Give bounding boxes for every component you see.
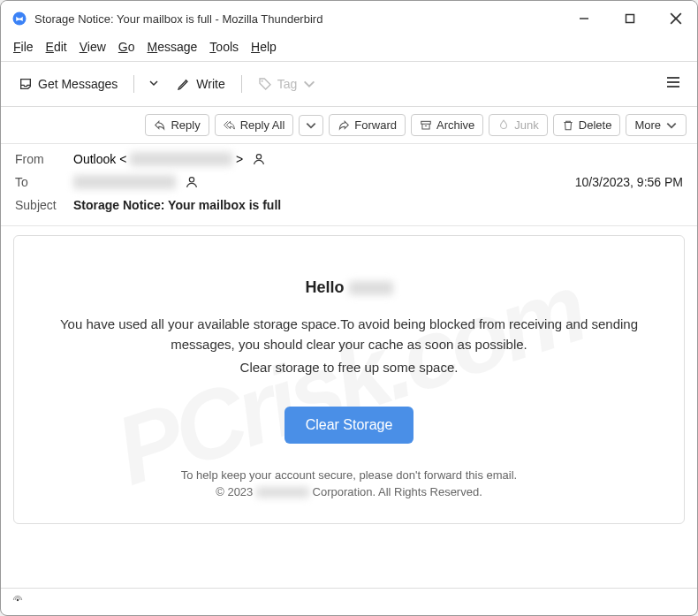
junk-icon xyxy=(497,119,510,132)
email-footer: To help keep your account secure, please… xyxy=(48,468,650,498)
menu-help[interactable]: Help xyxy=(251,40,277,54)
forward-icon xyxy=(338,119,350,132)
email-content: PCrisk.com Hello You have used all your … xyxy=(13,235,685,524)
svg-rect-9 xyxy=(421,121,431,124)
tag-icon xyxy=(258,77,272,91)
archive-icon xyxy=(420,119,432,132)
clear-storage-button[interactable]: Clear Storage xyxy=(285,407,414,444)
app-menu-button[interactable] xyxy=(660,69,687,99)
body-line-2: Clear storage to free up some space. xyxy=(48,358,650,378)
to-row: To xxxxxxxxxxxxxxxx 10/3/2023, 9:56 PM xyxy=(15,171,683,194)
chevron-down-icon xyxy=(305,119,317,132)
more-label: More xyxy=(634,118,661,132)
svg-point-11 xyxy=(189,178,193,182)
reply-all-dropdown[interactable] xyxy=(299,115,323,136)
redacted-email: xxxxxxxxxxxxxxxx xyxy=(130,152,232,166)
menu-view[interactable]: View xyxy=(80,40,106,54)
window-title: Storage Notice: Your mailbox is full - M… xyxy=(34,12,573,26)
delete-button[interactable]: Delete xyxy=(553,114,621,136)
get-messages-dropdown[interactable] xyxy=(143,72,164,96)
footer-line-1: To help keep your account secure, please… xyxy=(48,468,650,482)
redacted-recipient: xxxxxxxxxxxxxxxx xyxy=(73,175,176,189)
reply-all-label: Reply All xyxy=(240,118,285,132)
minimize-button[interactable] xyxy=(573,8,595,29)
forward-label: Forward xyxy=(354,118,397,132)
message-actions: Reply Reply All Forward Archive Junk Del… xyxy=(1,107,697,144)
more-button[interactable]: More xyxy=(626,114,687,136)
archive-label: Archive xyxy=(436,118,474,132)
menu-message[interactable]: Message xyxy=(148,40,198,54)
menu-icon xyxy=(665,74,681,90)
menu-edit[interactable]: Edit xyxy=(46,40,67,54)
tag-button[interactable]: Tag xyxy=(251,72,324,95)
get-messages-button[interactable]: Get Messages xyxy=(11,72,125,95)
contact-icon[interactable] xyxy=(185,175,199,189)
divider xyxy=(133,75,134,93)
pencil-icon xyxy=(177,77,191,91)
menu-tools[interactable]: Tools xyxy=(209,40,239,54)
maximize-button[interactable] xyxy=(619,8,641,29)
message-datetime: 10/3/2023, 9:56 PM xyxy=(575,175,683,189)
contact-icon[interactable] xyxy=(252,152,266,166)
close-button[interactable] xyxy=(665,8,687,29)
subject-label: Subject xyxy=(15,198,64,212)
toolbar: Get Messages Write Tag xyxy=(1,62,697,107)
chevron-down-icon xyxy=(665,119,678,132)
menu-file[interactable]: File xyxy=(13,40,34,54)
menubar: File Edit View Go Message Tools Help xyxy=(1,36,697,62)
inbox-icon xyxy=(19,77,33,91)
divider xyxy=(241,75,242,93)
archive-button[interactable]: Archive xyxy=(411,114,483,136)
write-label: Write xyxy=(196,77,224,91)
connection-icon[interactable] xyxy=(11,594,24,606)
message-headers: From Outlook < xxxxxxxxxxxxxxxx > To xxx… xyxy=(1,144,697,226)
get-messages-label: Get Messages xyxy=(38,77,118,91)
reply-all-icon xyxy=(224,119,236,132)
svg-point-5 xyxy=(261,80,262,82)
forward-button[interactable]: Forward xyxy=(329,114,406,136)
chevron-down-icon xyxy=(302,77,316,91)
reply-all-button[interactable]: Reply All xyxy=(215,114,294,136)
junk-button[interactable]: Junk xyxy=(489,114,547,136)
reply-icon xyxy=(154,119,166,132)
reply-button[interactable]: Reply xyxy=(145,114,209,136)
subject-row: Subject Storage Notice: Your mailbox is … xyxy=(15,194,683,217)
titlebar: Storage Notice: Your mailbox is full - M… xyxy=(1,1,697,36)
from-label: From xyxy=(15,152,64,166)
svg-rect-2 xyxy=(626,15,634,23)
from-row: From Outlook < xxxxxxxxxxxxxxxx > xyxy=(15,148,683,171)
message-body: PCrisk.com Hello You have used all your … xyxy=(1,226,697,588)
greeting: Hello xyxy=(48,278,650,297)
write-button[interactable]: Write xyxy=(170,72,231,95)
delete-label: Delete xyxy=(579,118,612,132)
svg-point-12 xyxy=(17,599,19,601)
svg-point-10 xyxy=(257,155,262,159)
junk-label: Junk xyxy=(514,118,538,132)
to-label: To xyxy=(15,175,64,189)
trash-icon xyxy=(562,119,574,132)
from-value: Outlook < xxxxxxxxxxxxxxxx > xyxy=(73,152,243,166)
thunderbird-icon xyxy=(11,11,27,27)
body-line-1: You have used all your available storage… xyxy=(48,315,650,354)
chevron-down-icon xyxy=(148,78,159,88)
reply-label: Reply xyxy=(171,118,200,132)
redacted-company xyxy=(256,487,309,498)
menu-go[interactable]: Go xyxy=(118,40,135,54)
statusbar xyxy=(1,588,697,615)
subject-value: Storage Notice: Your mailbox is full xyxy=(73,198,281,212)
redacted-name xyxy=(349,281,393,295)
footer-line-2: © 2023 Corporation. All Rights Reserved. xyxy=(48,485,650,498)
tag-label: Tag xyxy=(277,77,298,91)
